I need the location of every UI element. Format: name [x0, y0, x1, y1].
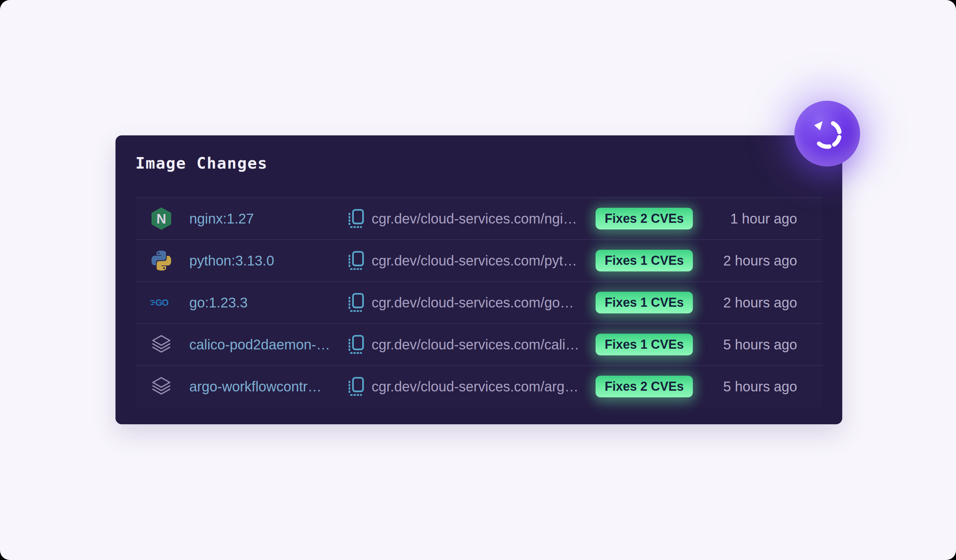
- table-row: calico-pod2daemon-… cgr.dev/cloud-servic…: [135, 323, 822, 365]
- registry-url: cgr.dev/cloud-services.com/pyt…: [372, 253, 582, 269]
- timestamp: 2 hours ago: [723, 253, 797, 269]
- timestamp: 2 hours ago: [723, 295, 797, 311]
- cve-fix-badge[interactable]: Fixes 1 CVEs: [596, 292, 693, 314]
- registry-url: cgr.dev/cloud-services.com/cali…: [372, 337, 582, 353]
- image-changes-card: Image Changes N nginx:1.27: [115, 135, 842, 424]
- cve-fix-badge[interactable]: Fixes 1 CVEs: [596, 334, 693, 355]
- go-icon: GO: [150, 290, 173, 315]
- image-name-link[interactable]: nginx:1.27: [189, 211, 333, 227]
- timestamp: 5 hours ago: [723, 337, 797, 353]
- refresh-icon: [808, 114, 847, 153]
- table-row: argo-workflowcontr… cgr.dev/cloud-servic…: [135, 365, 822, 407]
- copy-icon[interactable]: [347, 292, 365, 313]
- cve-fix-badge[interactable]: Fixes 2 CVEs: [596, 208, 693, 229]
- svg-text:GO: GO: [156, 298, 168, 307]
- image-name-link[interactable]: go:1.23.3: [189, 295, 333, 311]
- nginx-icon: N: [150, 206, 173, 231]
- table-row: N nginx:1.27 cgr.dev/cloud-services.com/…: [135, 197, 822, 239]
- image-changes-table: N nginx:1.27 cgr.dev/cloud-services.com/…: [135, 197, 822, 407]
- timestamp: 1 hour ago: [730, 211, 797, 227]
- table-row: python:3.13.0 cgr.dev/cloud-services.com…: [135, 239, 822, 281]
- table-row: GO go:1.23.3 cgr.dev/cloud-services.com/…: [135, 281, 822, 323]
- layers-icon: [150, 332, 173, 357]
- cve-fix-badge[interactable]: Fixes 2 CVEs: [596, 376, 693, 397]
- image-name-link[interactable]: argo-workflowcontr…: [189, 379, 333, 395]
- registry-url: cgr.dev/cloud-services.com/arg…: [372, 379, 582, 395]
- copy-icon[interactable]: [347, 208, 365, 229]
- python-icon: [150, 248, 173, 273]
- svg-text:N: N: [156, 211, 166, 226]
- timestamp: 5 hours ago: [723, 379, 797, 395]
- registry-url: cgr.dev/cloud-services.com/ngi…: [372, 211, 582, 227]
- copy-icon[interactable]: [347, 376, 365, 397]
- page-title: Image Changes: [135, 155, 842, 171]
- registry-url: cgr.dev/cloud-services.com/go…: [372, 295, 582, 311]
- image-name-link[interactable]: calico-pod2daemon-…: [189, 337, 333, 353]
- page-background: Image Changes N nginx:1.27: [0, 0, 956, 560]
- image-name-link[interactable]: python:3.13.0: [189, 253, 333, 269]
- copy-icon[interactable]: [347, 250, 365, 271]
- refresh-button[interactable]: [794, 101, 860, 166]
- cve-fix-badge[interactable]: Fixes 1 CVEs: [596, 250, 693, 271]
- layers-icon: [150, 374, 173, 399]
- copy-icon[interactable]: [347, 334, 365, 355]
